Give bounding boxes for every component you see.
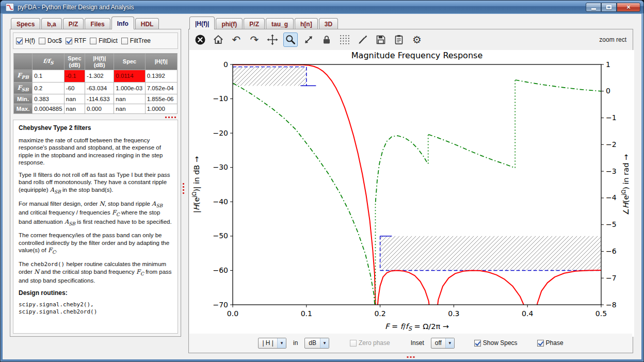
table-cell-1-2[interactable]: -63.034 xyxy=(85,82,114,94)
svg-text:−60: −60 xyxy=(213,266,228,274)
undo-icon: ↶ xyxy=(232,34,241,45)
unit-select[interactable]: dB▾ xyxy=(304,338,329,349)
table-header-3: |H(f)| (dB) xyxy=(85,54,114,70)
toolbar-settings-button[interactable]: ⚙ xyxy=(410,32,424,47)
filttree-checkbox-box xyxy=(121,38,128,44)
svg-text:−3: −3 xyxy=(606,167,617,175)
titlebar[interactable]: pyFDA - Python Filter Design and Analysi… xyxy=(1,1,643,13)
show-specs-checkbox[interactable]: Show Specs xyxy=(474,339,518,347)
table-cell-1-0[interactable]: 0.2 xyxy=(33,82,65,94)
plot-tab-3d[interactable]: 3D xyxy=(319,18,338,29)
magnitude-select[interactable]: | H |▾ xyxy=(258,338,286,349)
code-line-1: scipy.signal.cheby2(), xyxy=(19,301,172,308)
close-button[interactable]: × xyxy=(617,3,640,12)
toolbar-edit-axes-button[interactable] xyxy=(356,32,370,47)
zero-phase-checkbox[interactable]: Zero phase xyxy=(350,339,390,347)
toolbar-full-extent-button[interactable] xyxy=(301,32,316,47)
toolbar-pan-button[interactable] xyxy=(265,32,280,47)
zoom-mode-label: zoom rect xyxy=(599,36,627,43)
inset-select-value: off xyxy=(435,339,442,347)
filttree-checkbox[interactable]: FiltTree xyxy=(121,37,151,44)
table-cell-0-3[interactable]: 0.0114 xyxy=(114,70,145,82)
svg-text:0.3: 0.3 xyxy=(448,309,459,318)
table-cell-3-0[interactable]: 0.0004885 xyxy=(33,104,65,113)
zoom-icon xyxy=(285,34,296,45)
table-cell-2-1[interactable]: nan xyxy=(64,94,85,104)
toolbar-zoom-button[interactable] xyxy=(283,32,298,47)
table-cell-2-4[interactable]: 1.855e-06 xyxy=(145,94,177,104)
input-tab-bar: Specsb,aP/ZFilesInfoHDL xyxy=(10,16,181,29)
table-cell-1-3[interactable]: 1.000e-03 xyxy=(114,82,145,94)
chevron-down-icon: ▾ xyxy=(320,338,329,348)
table-cell-1-4[interactable]: 7.052e-04 xyxy=(145,82,177,94)
filtdict-checkbox[interactable]: FiltDict xyxy=(90,37,118,44)
table-cell-2-3[interactable]: nan xyxy=(114,94,145,104)
input-tab-specs[interactable]: Specs xyxy=(11,18,40,29)
plot-panel: |H(f)|phi(f)P/Ztau_gh[n]3D ↶↷⚙zoom rect … xyxy=(188,16,633,353)
toolbar-lock-zoom-button[interactable] xyxy=(319,32,334,47)
toolbar-save-button[interactable] xyxy=(374,32,388,47)
in-label: in xyxy=(293,339,298,347)
toolbar-redo-button[interactable]: ↷ xyxy=(247,32,262,47)
table-cell-0-1[interactable]: -0.1 xyxy=(64,70,85,82)
svg-text:1: 1 xyxy=(606,60,610,69)
table-cell-2-0[interactable]: 0.383 xyxy=(33,94,65,104)
svg-text:0.5: 0.5 xyxy=(595,309,607,318)
chart-title: Magnitude Frequency Response xyxy=(351,51,482,60)
inset-select[interactable]: off▾ xyxy=(431,338,455,349)
table-row-2: Min.0.383nan-114.633nan1.855e-06 xyxy=(14,94,178,104)
toolbar-undo-button[interactable]: ↶ xyxy=(229,32,244,47)
plot-tab-p-z[interactable]: P/Z xyxy=(244,18,265,29)
table-cell-1-1[interactable]: -60 xyxy=(64,82,85,94)
svg-text:−2: −2 xyxy=(606,140,617,149)
phase-checkbox-label: Phase xyxy=(546,339,564,347)
toolbar-grid-button[interactable] xyxy=(337,32,352,47)
info-paragraph-2: Type II filters do not roll off as fast … xyxy=(19,171,172,195)
input-tab-info[interactable]: Info xyxy=(111,17,134,29)
toolbar-copy-clipboard-button[interactable] xyxy=(392,32,406,47)
bottom-splitter[interactable] xyxy=(407,356,415,358)
table-cell-3-3[interactable]: nan xyxy=(114,104,145,113)
table-cell-2-2[interactable]: -114.633 xyxy=(85,94,114,104)
phase-checkbox[interactable]: Phase xyxy=(537,339,564,347)
table-cell-3-2[interactable]: 0.000 xyxy=(85,104,114,113)
doc-checkbox[interactable]: Doc$ xyxy=(39,37,62,44)
svg-text:−40: −40 xyxy=(213,198,228,206)
plot-tab-h-f[interactable]: |H(f)| xyxy=(189,17,215,29)
chevron-down-icon: ▾ xyxy=(445,338,454,348)
rtf-checkbox[interactable]: RTF xyxy=(66,37,86,44)
table-cell-3-1[interactable]: nan xyxy=(64,104,85,113)
input-panel: Specsb,aP/ZFilesInfoHDL H(f)Doc$RTFFiltD… xyxy=(10,16,181,337)
settings-icon: ⚙ xyxy=(412,34,422,45)
toolbar-home-button[interactable] xyxy=(211,32,226,47)
table-cell-0-2[interactable]: -1.302 xyxy=(85,70,114,82)
table-cell-0-0[interactable]: 0.1 xyxy=(33,70,65,82)
toolbar-close-button[interactable] xyxy=(193,32,207,47)
filtdict-checkbox-box xyxy=(90,38,96,44)
minimize-button[interactable] xyxy=(586,3,601,12)
plot-tab-h-n[interactable]: h[n] xyxy=(295,18,318,29)
svg-text:0.0: 0.0 xyxy=(227,309,238,318)
table-cell-0-4[interactable]: 0.1392 xyxy=(145,70,177,82)
window-title: pyFDA - Python Filter Design and Analysi… xyxy=(18,4,134,11)
plot-tab-phi-f[interactable]: phi(f) xyxy=(216,18,243,29)
table-cell-3-4[interactable]: 1.0000 xyxy=(145,104,177,113)
info-paragraph-4: The corner frequency/ies of the pass ban… xyxy=(19,232,172,256)
plot-tab-tau-g[interactable]: tau_g xyxy=(266,18,294,29)
input-tab-p-z[interactable]: P/Z xyxy=(63,18,84,29)
h-f-checkbox[interactable]: H(f) xyxy=(16,37,35,44)
info-options-row: H(f)Doc$RTFFiltDictFiltTree xyxy=(13,32,178,49)
panel-splitter[interactable] xyxy=(183,183,184,194)
show-specs-checkbox-label: Show Specs xyxy=(483,339,518,347)
table-info-splitter[interactable] xyxy=(10,115,181,120)
magnitude-response-chart[interactable]: 0.00.10.20.30.40.50−10−20−30−40−50−60−70… xyxy=(189,50,632,333)
maximize-button[interactable] xyxy=(601,3,617,12)
phase-checkbox-box xyxy=(537,340,544,347)
svg-text:−7: −7 xyxy=(606,274,617,282)
pyfda-window: pyFDA - Python Filter Design and Analysi… xyxy=(0,0,644,362)
row-header-2: Min. xyxy=(14,94,33,104)
input-tab-files[interactable]: Files xyxy=(85,18,110,29)
unit-select-value: dB xyxy=(309,339,316,347)
input-tab-b-a[interactable]: b,a xyxy=(41,18,61,29)
input-tab-hdl[interactable]: HDL xyxy=(135,18,159,29)
